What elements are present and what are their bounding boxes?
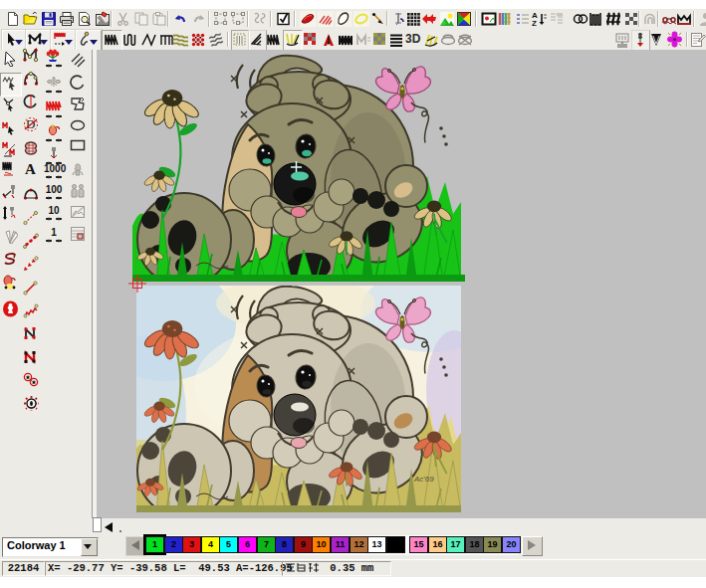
- svg-text:Ac'69: Ac'69: [413, 475, 434, 484]
- svg-text:Z: Z: [532, 19, 537, 27]
